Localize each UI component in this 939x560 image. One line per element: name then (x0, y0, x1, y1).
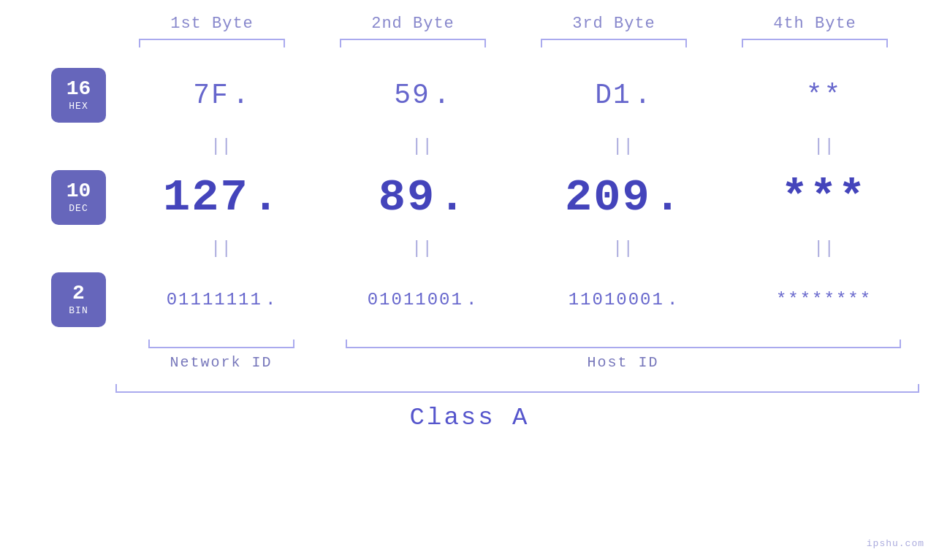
dec-row: 127 . 89 . 209 . *** (121, 164, 924, 230)
bottom-sub-brackets-row (121, 340, 924, 348)
badges-column: 16 HEX 10 DEC 2 BIN (37, 62, 121, 332)
bin-badge-label: BIN (69, 305, 88, 316)
bin-val-1: 01111111 (167, 290, 262, 310)
hex-val-2: 59 (394, 80, 430, 111)
hex-val-3: D1 (595, 80, 631, 111)
hex-cell-3: D1 . (522, 80, 723, 111)
equals-2-1: || (121, 239, 322, 258)
byte4-header: 4th Byte (715, 15, 916, 33)
host-bracket-line (346, 340, 901, 348)
bin-dot-3: . (667, 290, 677, 310)
bracket-byte1 (112, 39, 313, 47)
equals-row-1: || || || || (121, 128, 924, 164)
dec-dot-1: . (252, 172, 279, 223)
byte2-header: 2nd Byte (313, 15, 514, 33)
byte3-header: 3rd Byte (514, 15, 715, 33)
hex-val-1: 7F (193, 80, 229, 111)
bin-val-2: 01011001 (368, 290, 463, 310)
bracket-byte2 (313, 39, 514, 47)
bin-row: 01111111 . 01011001 . 11010001 . *******… (121, 266, 924, 332)
equals-row-2: || || || || (121, 230, 924, 266)
main-container: 1st Byte 2nd Byte 3rd Byte 4th Byte 16 H… (0, 0, 939, 560)
bracket-line-2 (340, 39, 486, 47)
equals-2-4: || (723, 239, 924, 258)
dec-cell-4: *** (723, 172, 924, 223)
bracket-byte4 (715, 39, 916, 47)
hex-dot-2: . (433, 80, 450, 111)
equals-1-1: || (121, 137, 322, 156)
host-id-label: Host ID (322, 354, 924, 371)
values-grid: 7F . 59 . D1 . ** || || || (121, 62, 924, 371)
id-labels-row: Network ID Host ID (121, 354, 924, 371)
bracket-line-1 (139, 39, 285, 47)
equals-1-4: || (723, 137, 924, 156)
network-bottom-bracket (121, 340, 322, 348)
bin-val-3: 11010001 (569, 290, 664, 310)
byte1-header: 1st Byte (112, 15, 313, 33)
hex-badge-label: HEX (69, 101, 88, 112)
hex-cell-2: 59 . (322, 80, 522, 111)
top-brackets-row (44, 39, 939, 47)
dec-val-4: *** (781, 172, 867, 223)
watermark: ipshu.com (867, 538, 924, 549)
dec-cell-2: 89 . (322, 172, 522, 223)
main-content-area: 16 HEX 10 DEC 2 BIN (0, 62, 939, 371)
hex-val-4: ** (806, 80, 843, 111)
dec-dot-2: . (438, 172, 465, 223)
full-bracket-line (115, 384, 919, 393)
hex-badge-num: 16 (66, 78, 91, 101)
dec-val-2: 89 (379, 172, 436, 223)
bin-cell-3: 11010001 . (522, 290, 723, 310)
dec-cell-1: 127 . (121, 172, 322, 223)
hex-cell-4: ** (723, 80, 924, 111)
hex-badge: 16 HEX (51, 68, 106, 123)
bin-cell-2: 01011001 . (322, 290, 522, 310)
host-bottom-bracket (322, 340, 924, 348)
network-bracket-line (148, 340, 294, 348)
bracket-line-3 (541, 39, 687, 47)
class-label: Class A (0, 404, 939, 431)
dec-badge: 10 DEC (51, 170, 106, 225)
equals-1-3: || (522, 137, 723, 156)
bin-badge-num: 2 (72, 283, 85, 305)
bracket-byte3 (514, 39, 715, 47)
bin-val-4: ******** (776, 290, 872, 310)
bin-cell-1: 01111111 . (121, 290, 322, 310)
bin-dot-2: . (466, 290, 476, 310)
bin-badge: 2 BIN (51, 272, 106, 327)
hex-dot-3: . (634, 80, 651, 111)
equals-2-3: || (522, 239, 723, 258)
dec-cell-3: 209 . (522, 172, 723, 223)
byte-headers-row: 1st Byte 2nd Byte 3rd Byte 4th Byte (44, 15, 939, 33)
dec-badge-num: 10 (66, 180, 91, 203)
hex-badge-wrapper: 16 HEX (51, 62, 106, 128)
full-bottom-bracket-row (115, 384, 919, 393)
dec-val-1: 127 (163, 172, 249, 223)
bin-dot-1: . (265, 290, 275, 310)
bracket-line-4 (742, 39, 888, 47)
dec-badge-wrapper: 10 DEC (51, 164, 106, 230)
bin-cell-4: ******** (723, 290, 924, 310)
hex-cell-1: 7F . (121, 80, 322, 111)
network-id-label: Network ID (121, 354, 322, 371)
hex-row: 7F . 59 . D1 . ** (121, 62, 924, 128)
dec-dot-3: . (654, 172, 681, 223)
hex-dot-1: . (232, 80, 249, 111)
equals-1-2: || (322, 137, 522, 156)
bin-badge-wrapper: 2 BIN (51, 266, 106, 332)
equals-2-2: || (322, 239, 522, 258)
dec-badge-label: DEC (69, 203, 88, 214)
dec-val-3: 209 (565, 172, 651, 223)
